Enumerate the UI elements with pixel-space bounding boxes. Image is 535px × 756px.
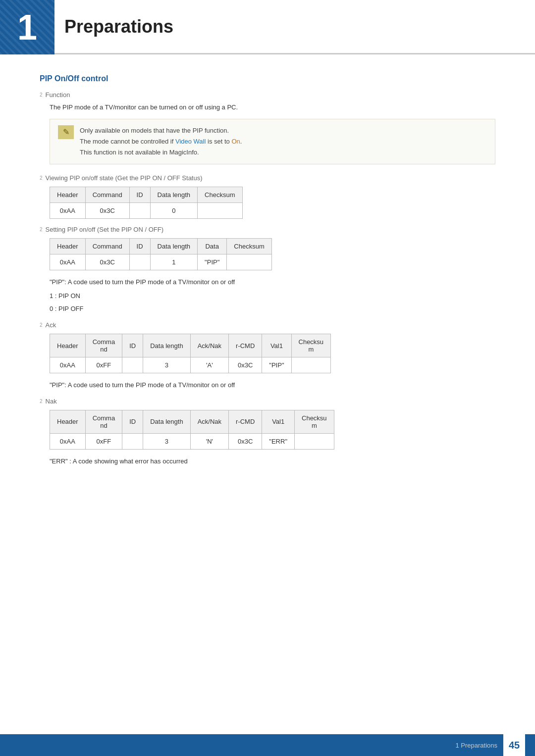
th-command: Command	[85, 410, 122, 433]
th-datalength: Data length	[143, 334, 191, 357]
chapter-number: 1	[0, 0, 54, 54]
th-id: ID	[122, 410, 143, 433]
page-footer: 1 Preparations 45	[0, 734, 535, 756]
notice-highlight-videowall: Video Wall	[175, 138, 206, 145]
table-ack: Header Command ID Data length Ack/Nak r-…	[50, 334, 331, 373]
function-description: The PIP mode of a TV/monitor can be turn…	[50, 102, 495, 113]
table-row: 0xAA 0xFF 3 'A' 0x3C "PIP"	[50, 357, 331, 373]
th-rcmd: r-CMD	[229, 334, 262, 357]
table-setting: Header Command ID Data length Data Check…	[50, 238, 272, 270]
notice-box: ✎ Only available on models that have the…	[50, 119, 495, 164]
chapter-title: Preparations	[64, 16, 173, 37]
th-data: Data	[198, 239, 227, 254]
table-row: 0xAA 0x3C 0	[50, 203, 243, 219]
th-id: ID	[129, 187, 150, 203]
notice-line-1: Only available on models that have the P…	[80, 125, 242, 136]
th-checksum: Checksum	[198, 187, 242, 203]
th-header: Header	[50, 239, 86, 254]
chapter-title-block: Preparations	[54, 0, 535, 54]
viewing-label: Viewing PIP on/off state (Get the PIP ON…	[40, 174, 495, 182]
ack-label: Ack	[40, 321, 495, 329]
th-header: Header	[50, 187, 86, 203]
th-datalength: Data length	[150, 187, 198, 203]
th-header: Header	[50, 410, 86, 433]
th-datalength: Data length	[143, 410, 191, 433]
setting-label: Setting PIP on/off (Set the PIP ON / OFF…	[40, 226, 495, 233]
page-number: 45	[503, 734, 525, 756]
th-acknak: Ack/Nak	[190, 334, 228, 357]
section-pip-onoff: PIP On/Off control Function The PIP mode…	[40, 74, 495, 467]
th-acknak: Ack/Nak	[190, 410, 228, 433]
th-datalength: Data length	[150, 239, 198, 254]
table-viewing: Header Command ID Data length Checksum 0…	[50, 187, 243, 219]
th-header: Header	[50, 334, 86, 357]
footer-breadcrumb: 1 Preparations	[455, 742, 497, 749]
th-checksum: Checksum	[291, 334, 331, 357]
pip-note1: "PIP": A code used to turn the PIP mode …	[50, 277, 495, 288]
notice-highlight-on: On	[231, 138, 240, 145]
table-row: 0xAA 0xFF 3 'N' 0x3C "ERR"	[50, 433, 334, 449]
nak-label: Nak	[40, 398, 495, 405]
th-checksum: Checksum	[295, 410, 334, 433]
th-command: Command	[85, 239, 129, 254]
th-val1: Val1	[262, 410, 295, 433]
notice-line-2: The mode cannot be controlled if Video W…	[80, 136, 242, 147]
pip-on: 1 : PIP ON	[50, 291, 495, 302]
pip-off: 0 : PIP OFF	[50, 303, 495, 314]
th-id: ID	[129, 239, 150, 254]
th-command: Command	[85, 187, 129, 203]
err-note: "ERR" : A code showing what error has oc…	[50, 456, 495, 467]
notice-text: Only available on models that have the P…	[80, 125, 242, 158]
section-title: PIP On/Off control	[40, 74, 495, 83]
th-val1: Val1	[262, 334, 291, 357]
function-label: Function	[40, 91, 495, 99]
content-area: PIP On/Off control Function The PIP mode…	[0, 74, 535, 520]
notice-icon: ✎	[58, 125, 74, 139]
chapter-number-text: 1	[17, 7, 37, 48]
pip-note-ack: "PIP": A code used to turn the PIP mode …	[50, 380, 495, 391]
table-row: 0xAA 0x3C 1 "PIP"	[50, 254, 272, 270]
notice-line-3: This function is not available in MagicI…	[80, 147, 242, 158]
th-rcmd: r-CMD	[229, 410, 262, 433]
th-id: ID	[122, 334, 143, 357]
table-nak: Header Command ID Data length Ack/Nak r-…	[50, 410, 334, 450]
th-command: Command	[85, 334, 122, 357]
page-header: 1 Preparations	[0, 0, 535, 54]
th-checksum: Checksum	[227, 239, 271, 254]
